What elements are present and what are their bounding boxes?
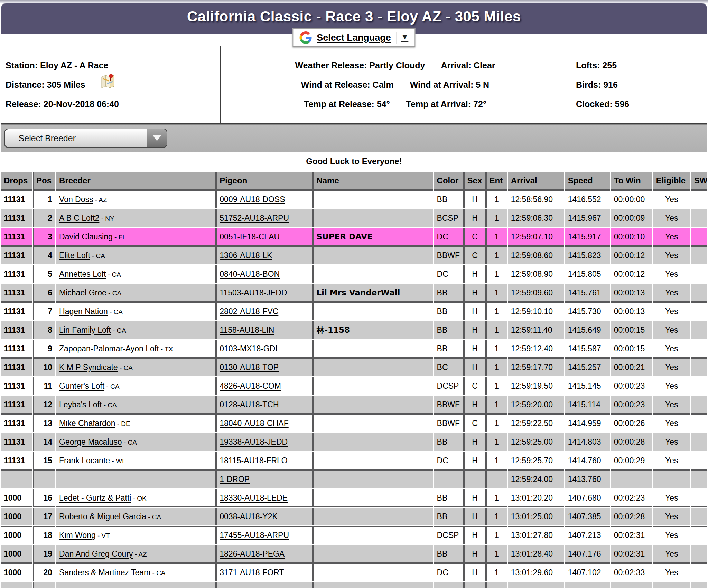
cell-breeder: Gunter's Loft - CA [56,377,216,395]
pigeon-link[interactable]: 3171-AU18-FORT [220,568,284,577]
breeder-link[interactable]: Frank Locante [59,456,110,465]
cell-pos: 14 [33,433,55,451]
breeder-state: - CA [106,290,121,297]
breeder-link[interactable]: Lin Family Loft [59,325,111,334]
cell-drops: 11131 [1,265,32,283]
breeder-link[interactable]: Ledet - Gurtz & Patti [59,493,131,502]
pigeon-link[interactable]: 1-DROP [220,475,250,484]
cell-ent: 1 [486,452,507,470]
column-header-pigeon: Pigeon [216,172,313,190]
cell-sex: H [464,321,486,339]
breeder-link[interactable]: Zapopan-Palomar-Ayon Loft [59,344,159,353]
pigeon-link[interactable]: 19338-AU18-JEDD [220,437,288,446]
cell-name [313,358,433,376]
breeder-state: - AZ [93,196,107,203]
birds-line: Birds: 916 [576,79,707,90]
cell-drops: 11131 [1,377,32,395]
pigeon-link[interactable]: 51752-AU18-ARPU [220,214,289,222]
cell-to_win [611,470,652,488]
cell-ent: 1 [486,396,507,414]
pigeon-link[interactable]: 18040-AU18-CHAF [220,419,288,428]
pigeon-link[interactable]: 17455-AU18-ARPU [220,531,289,540]
google-translate-widget[interactable]: Select Language ▼ [292,28,415,47]
cell-eligible: Yes [653,452,690,470]
pigeon-link[interactable]: 2802-AU18-FVC [220,307,278,316]
pigeon-link[interactable]: 0038-AU18-Y2K [220,512,278,521]
cell-to_win: 00:00:28 [611,433,652,451]
column-header-eligible: Eligible [653,172,690,190]
breeder-state: - CA [102,401,117,409]
cell-speed: 1407.102 [565,563,610,581]
cell-arrival: 12:59:20.00 [508,396,564,414]
results-table: DropsPosBreederPigeonNameColorSexEntArri… [0,171,708,588]
pigeon-link[interactable]: 1826-AU18-PEGA [220,549,285,558]
cell-name [313,340,433,358]
cell-name [313,563,433,581]
cell-pos: 8 [33,321,55,339]
cell-sex: H [464,358,486,376]
page-top-strip [0,0,708,3]
column-header-sw: SW [691,172,707,190]
cell-sex: C [464,582,486,588]
breeder-select-value: -- Select Breeder -- [5,133,147,143]
pigeon-link[interactable]: 1158-AU18-LIN [220,325,274,334]
breeder-link[interactable]: Leyba's Loft [59,400,102,409]
cell-name [313,508,433,525]
cell-ent: 1 [486,321,507,339]
select-language-link[interactable]: Select Language [317,32,391,43]
cell-drops: 11131 [1,302,32,320]
map-with-pin-icon[interactable] [100,73,115,88]
cell-sw [691,321,707,339]
breeder-link[interactable]: El Dorado Lofts Canada [59,587,144,588]
breeder-link[interactable]: Mike Chafardon [59,419,115,428]
cell-breeder: David Clausing - FL [56,228,216,246]
cell-speed: 1414.803 [565,433,610,451]
breeder-link[interactable]: Roberto & Miguel Garcia [59,512,146,521]
breeder-link[interactable]: Gunter's Loft [59,381,104,390]
table-row: 1113110K M P Syndicate - CA0130-AU18-TOP… [1,358,707,376]
breeder-link[interactable]: Elite Loft [59,251,90,260]
pigeon-link[interactable]: 11605-CU18-CRPU [220,587,289,588]
breeder-link[interactable]: Dan And Greg Coury [59,549,133,558]
breeder-link[interactable]: K M P Syndicate [59,363,118,372]
cell-color: DC [434,228,464,246]
breeder-link[interactable]: A B C Loft2 [59,214,99,222]
breeder-link[interactable]: Kim Wong [59,531,96,540]
breeder-link[interactable]: Sanders & Martinez Team [59,568,150,577]
pigeon-link[interactable]: 1306-AU18-LK [220,251,272,260]
cell-pos: 9 [33,340,55,358]
cell-color: BB [434,433,464,451]
pigeon-link[interactable]: 0128-AU18-TCH [220,400,279,409]
breeder-select[interactable]: -- Select Breeder -- [4,129,167,148]
breeder-link[interactable]: David Clausing [59,232,113,241]
pigeon-link[interactable]: 18115-AU18-FRLO [220,456,287,465]
pigeon-link[interactable]: 0103-MX18-GDL [220,344,280,353]
pigeon-link[interactable]: 0051-IF18-CLAU [220,232,280,241]
breeder-link[interactable]: Hagen Nation [59,307,108,316]
breeder-state: - AZ [133,551,147,558]
cell-drops: 11131 [1,284,32,302]
breeder-select-button[interactable] [147,129,167,147]
table-row: 111313David Clausing - FL0051-IF18-CLAUS… [1,228,707,246]
pigeon-link[interactable]: 0130-AU18-TOP [220,363,279,372]
pigeon-link[interactable]: 4826-AU18-COM [220,381,281,390]
cell-pigeon: 3171-AU18-FORT [216,563,313,581]
cell-sex: H [464,340,486,358]
pigeon-link[interactable]: 11503-AU18-JEDD [220,288,287,297]
pigeon-link[interactable]: 18330-AU18-LEDE [220,493,288,502]
breeder-link[interactable]: Annettes Loft [59,269,106,278]
column-header-color: Color [434,172,464,190]
cell-color: DC [434,563,464,581]
breeder-link[interactable]: George Macaluso [59,437,122,446]
cell-to_win: 00:00:23 [611,377,652,395]
cell-eligible: Yes [653,246,690,264]
breeder-link[interactable]: Von Doss [59,195,93,204]
breeder-link[interactable]: Michael Groe [59,288,106,297]
cell-pos: 1 [33,190,55,208]
translate-dropdown-arrow[interactable]: ▼ [401,33,409,42]
pigeon-link[interactable]: 0009-AU18-DOSS [220,195,285,204]
cell-pigeon: 1826-AU18-PEGA [216,545,313,563]
pigeon-link[interactable]: 0840-AU18-BON [220,269,280,278]
cell-pigeon: 19338-AU18-JEDD [216,433,313,451]
column-header-arrival: Arrival [508,172,564,190]
